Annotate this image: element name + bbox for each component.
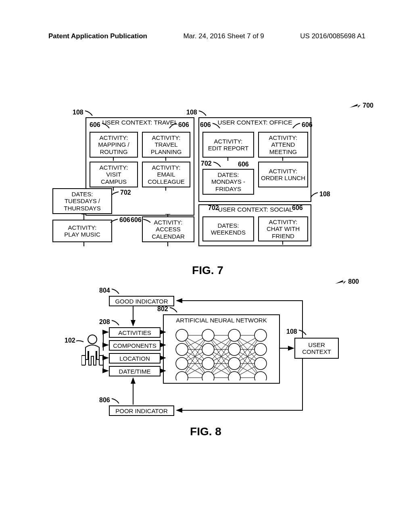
travel-dates: DATES: TUESDAYS / THURSDAYS <box>52 188 112 214</box>
sheet-date: Mar. 24, 2016 Sheet 7 of 9 <box>183 32 264 40</box>
ref-108-social: 108 <box>309 191 330 198</box>
ref-700: 700 <box>350 102 373 109</box>
act-visit-campus: ACTIVITY: VISIT CAMPUS <box>90 162 138 187</box>
ref-606-cal: 606 <box>131 216 152 224</box>
pub-label: Patent Application Publication <box>48 32 147 40</box>
svg-marker-0 <box>350 104 361 108</box>
ref-606-office-l: 606 <box>200 121 221 129</box>
fig7-title: FIG. 7 <box>192 264 223 277</box>
pub-number: US 2016/0085698 A1 <box>300 32 365 40</box>
figure-7: 700 USER CONTEXT: TRAVEL 108 606 606 ACT… <box>52 103 363 272</box>
act-attend-meeting: ACTIVITY: ATTEND MEETING <box>258 132 308 158</box>
figure-8: 800 GOOD INDICATOR 804 POOR INDICATOR 80… <box>77 286 335 435</box>
page-header: Patent Application Publication Mar. 24, … <box>0 32 413 40</box>
svg-rect-73 <box>81 355 86 365</box>
ref-606-travel-l: 606 <box>90 121 111 129</box>
office-dates: DATES: MONDAYS - FRIDAYS <box>202 169 254 195</box>
ref-606-travel-r: 606 <box>168 121 189 129</box>
act-mapping: ACTIVITY: MAPPING / ROUTING <box>90 132 138 158</box>
svg-marker-7 <box>335 280 346 284</box>
ref-702-social: 702 <box>208 204 219 212</box>
ref-208: 208 <box>99 318 121 326</box>
act-email-colleague: ACTIVITY: EMAIL COLLEAGUE <box>142 162 190 187</box>
feedback-arrows <box>133 296 307 417</box>
ref-800: 800 <box>335 278 359 285</box>
ref-108-office: 108 <box>186 109 208 116</box>
ref-606-play: 606 <box>109 216 130 224</box>
act-travel-plan: ACTIVITY: TRAVEL PLANNING <box>142 132 190 158</box>
svg-point-72 <box>88 335 97 344</box>
act-chat-friend: ACTIVITY: CHAT WITH FRIEND <box>258 216 308 241</box>
user-icon <box>81 334 103 367</box>
ref-606-office-order: 606 <box>238 161 249 168</box>
ref-108-travel: 108 <box>73 109 94 116</box>
act-edit-report: ACTIVITY: EDIT REPORT <box>202 132 254 158</box>
ref-606-social: 606 <box>292 204 303 212</box>
act-order-lunch: ACTIVITY: ORDER LUNCH <box>258 162 308 187</box>
ref-804: 804 <box>99 287 121 295</box>
ref-702-office: 702 <box>201 160 222 168</box>
social-dates: DATES: WEEKENDS <box>202 216 254 241</box>
fig8-title: FIG. 8 <box>190 425 221 438</box>
ref-606-office-r: 606 <box>291 121 313 129</box>
ref-806: 806 <box>99 397 121 404</box>
